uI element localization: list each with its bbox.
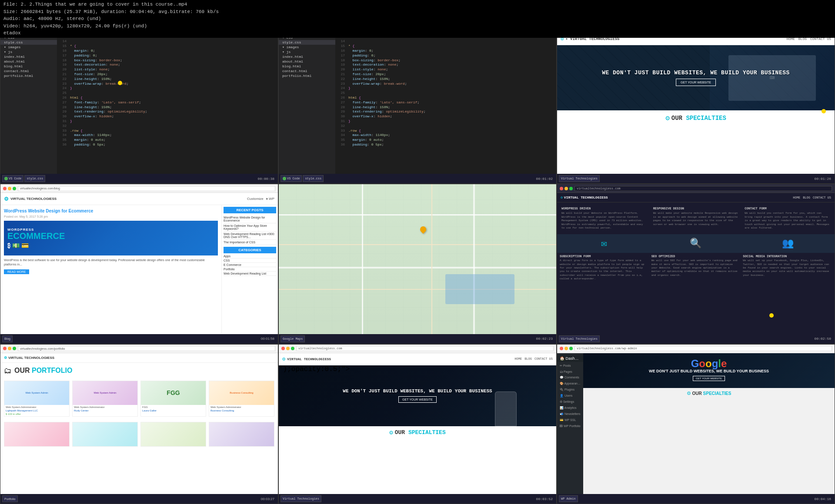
site-logo-6: ⚙ VIRTUAL TECHNOLOGIESS <box>561 196 608 199</box>
cat-webdev[interactable]: Web Development Reading List <box>224 272 276 276</box>
url-bar-7[interactable]: virtualtechnologiess.com/portfolio <box>18 346 275 351</box>
portfolio-name-3: FGG <box>141 405 206 409</box>
site-header-6: ⚙ VIRTUAL TECHNOLOGIESS HOME BLOG CONTAC… <box>557 193 835 202</box>
file-info-line4: Video: h264, yuv420p, 1280x720, 24.00 fp… <box>3 23 832 30</box>
specialties-label: OUR SPECIALTIES <box>671 115 726 122</box>
road-v2 <box>431 184 432 334</box>
portfolio-item-6 <box>72 422 138 447</box>
file-info-line3: Audio: aac, 48000 Hz, stereo (und) <box>3 15 832 23</box>
spec-wordpress: WORDPRESS DRIVEN We will build your Webs… <box>560 205 649 232</box>
blog-main: WordPress Website Design for Ecommerce P… <box>0 205 278 333</box>
portfolio-role-4: Business Consulting <box>209 409 274 413</box>
portfolio-site-header: ⚙ VIRTUAL TECHNOLOGIESS <box>0 353 278 363</box>
panel-2-code: EXPLORER ▾ virtualtechnologies ▾ css sty… <box>278 24 557 184</box>
spec-contact: CONTACT FORM We will build you contact f… <box>743 205 832 232</box>
blog-featured-image: WORDPRESS ECOMMERCE ₿ 💵 💳 <box>4 221 218 255</box>
recent-post-1[interactable]: WordPress Website Design for Ecommerce <box>224 215 276 223</box>
road-v3 <box>473 184 475 334</box>
wp-hero-title: WE DON'T JUST BUILD WEBSITES, WE BUILD Y… <box>649 369 769 373</box>
hero-section-3: ⌨ WE DON'T JUST BUILD WEBSITES, WE BUILD… <box>557 45 835 110</box>
hero-title-3: WE DON'T JUST BUILD WEBSITES, WE BUILD Y… <box>602 70 790 76</box>
browser-bar-7: virtualtechnologiess.com/portfolio <box>0 345 278 353</box>
taskbar-6: Virtual Technologies 00:02:50 <box>557 334 835 344</box>
categories-header: CATEGORIES <box>224 247 276 253</box>
taskbar-4: Blog 00:01:58 <box>0 334 278 344</box>
portfolio-price-1: $ 100 in offer <box>4 413 69 416</box>
timestamp-5: 00:02:23 <box>536 337 553 341</box>
file-tree-1: EXPLORER ▾ virtualtechnologies ▾ css sty… <box>0 24 57 174</box>
site-header-8: ⚙ VIRTUAL TECHNOLOGIESS HOME BLOG CONTAC… <box>279 353 556 365</box>
google-hero-in-wp: Google WE DON'T JUST BUILD WEBSITES, WE … <box>583 353 835 388</box>
url-bar-8[interactable]: virtualtechnologiess.com <box>296 346 554 351</box>
read-more-btn[interactable]: READ MORE <box>4 269 29 274</box>
portfolio-name-1: Web System Administrator <box>4 405 69 409</box>
browser-bar-6: virtualtechnologiess.com <box>557 184 835 193</box>
spec-top-section: WORDPRESS DRIVEN We will build your Webs… <box>557 202 835 234</box>
url-bar-9[interactable]: virtualtechnologiess.com/wp-admin <box>574 346 832 351</box>
url-bar-4[interactable]: virtualtechnologiess.com/blog <box>18 186 275 191</box>
timestamp-1: 00:00:38 <box>258 177 274 181</box>
cat-portfolio[interactable]: Portfolio <box>224 267 276 272</box>
url-bar-6[interactable]: virtualtechnologiess.com <box>574 186 832 191</box>
blog-post-area: WordPress Website Design for Ecommerce P… <box>0 205 221 333</box>
panel-9-wp-google: virtualtechnologiess.com/wp-admin 🏠 Dash… <box>557 344 835 504</box>
browser-bar-4: virtualtechnologiess.com/blog <box>0 184 278 193</box>
specialties-8: ⚙ OUR SPECIALTIES <box>279 426 556 439</box>
timestamp-4: 00:01:58 <box>261 337 274 341</box>
road-v1 <box>362 184 363 334</box>
portfolio-item-7 <box>140 422 206 447</box>
portfolio-title-row: 🗂 OUR PORTFOLIO <box>0 363 278 377</box>
site-logo-8: ⚙ VIRTUAL TECHNOLOGIESS <box>282 356 331 362</box>
cursor-dot-3 <box>822 109 826 113</box>
cat-ecommerce[interactable]: E Commerce <box>224 263 276 267</box>
taskbar-5: Google Maps 00:02:23 <box>279 334 556 344</box>
blog-post-meta: Posted on: May 5, 2017 5:26 pm <box>4 215 218 218</box>
blog-nav: Customize ♦ WP <box>247 197 274 201</box>
code-editor-2: 11/* ////////////////////////////// */ 1… <box>335 24 556 174</box>
timestamp-7: 00:03:27 <box>261 497 274 501</box>
portfolio-heading: OUR PORTFOLIO <box>14 367 72 375</box>
file-info-line5: etadox <box>3 30 832 37</box>
recent-post-3[interactable]: Web Development Reading List #300: DNS O… <box>224 232 276 240</box>
panel-3-website: virtualtechnologiess.com ⚙ ✦ VIRTUAL TEC… <box>557 24 835 184</box>
timestamp-8: 00:03:52 <box>536 497 553 501</box>
portfolio-item-1: Web System Admin Web System Administrato… <box>4 381 70 417</box>
hero-btn-3[interactable]: GET YOUR WEBSITE <box>676 79 716 86</box>
browser-bar-9: virtualtechnologiess.com/wp-admin <box>557 345 835 353</box>
portfolio-item-5 <box>4 422 70 447</box>
blog-gear-icon: ⚙ <box>4 196 9 202</box>
portfolio-role-3: Laura Galler <box>141 409 206 413</box>
recent-post-2[interactable]: How to Optimize Your App Store Keywords? <box>224 223 276 232</box>
recent-post-4[interactable]: The Importance of CSS <box>224 240 276 245</box>
cat-apps[interactable]: Apps <box>224 254 276 259</box>
file-info-line2: Size: 26602841 bytes (25.37 MiB), durati… <box>3 8 832 16</box>
spec-responsive: RESPONSIVE DESIGN We will make your webs… <box>651 205 741 232</box>
taskbar-7: Portfolio 00:03:27 <box>0 494 278 504</box>
panel-4-blog: virtualtechnologiess.com/blog ⚙ VIRTUAL … <box>0 184 278 344</box>
gear-icon-8: ⚙ <box>282 356 285 362</box>
road-h4 <box>279 289 556 290</box>
wp-admin-sidebar: 🏠 Dashboard ✏ Posts 🗂 Pages 💬 Comments 🎨… <box>557 353 583 494</box>
cursor-dot-6 <box>769 313 774 318</box>
google-logo-text: Google <box>691 358 727 369</box>
portfolio-role-1: Lightpath Management LLC <box>4 409 69 413</box>
cat-css[interactable]: CSS <box>224 259 276 263</box>
code-editor-1: 11/* ////////////////////////////// */ 1… <box>57 24 278 174</box>
taskbar-3: Virtual Technologies 00:01:26 <box>557 174 835 183</box>
specialties-3: ⚙ OUR SPECIALTIES <box>557 110 835 126</box>
timestamp-2: 00:01:02 <box>536 177 553 181</box>
road-h1 <box>279 214 556 216</box>
portfolio-item-4: Business Consulting Web System Administr… <box>209 381 274 417</box>
panel-5-map: Tow Google Maps 00:02:23 <box>278 184 557 344</box>
water-area <box>445 274 515 304</box>
timestamp-6: 00:02:50 <box>815 337 831 341</box>
taskbar-8: Virtual Technologies 00:03:52 <box>279 494 556 504</box>
blog-sidebar: RECENT POSTS WordPress Website Design fo… <box>221 205 278 333</box>
panel-1-code: EXPLORER ▾ virtualtechnologies ▾ css sty… <box>0 24 278 184</box>
nav-8: HOME BLOG CONTACT US <box>514 357 553 361</box>
wp-hero-btn[interactable]: GET YOUR WEBSITE <box>693 376 725 381</box>
file-tree-2: EXPLORER ▾ virtualtechnologies ▾ css sty… <box>279 24 335 174</box>
browser-bar-8: virtualtechnologiess.com <box>279 345 556 353</box>
hero-btn-8[interactable]: GET YOUR WEBSITE <box>398 396 437 403</box>
video-grid: EXPLORER ▾ virtualtechnologies ▾ css sty… <box>0 24 835 504</box>
